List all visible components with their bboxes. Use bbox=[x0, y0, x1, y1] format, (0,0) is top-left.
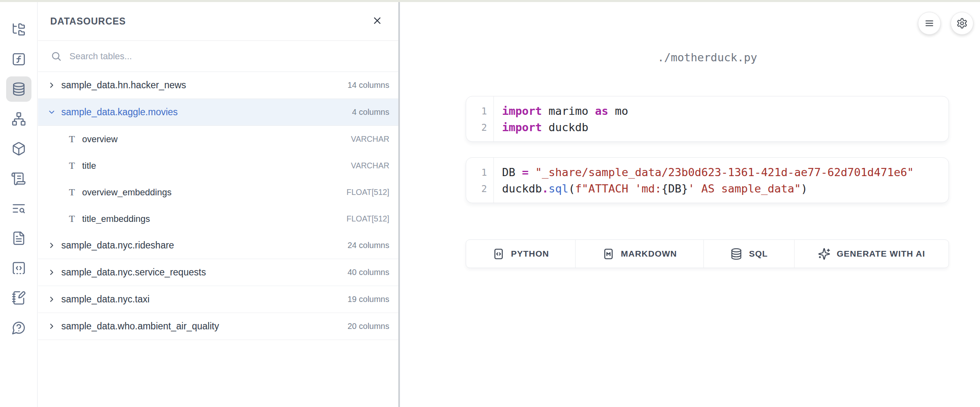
text-search-icon bbox=[11, 201, 26, 216]
line-number: 2 bbox=[466, 119, 487, 136]
table-column-count: 20 columns bbox=[348, 322, 389, 331]
column-name: overview_embeddings bbox=[82, 187, 172, 198]
rail-item-help[interactable] bbox=[6, 315, 31, 340]
search-row bbox=[38, 41, 398, 72]
text-type-icon: T bbox=[67, 160, 76, 171]
menu-icon bbox=[924, 18, 935, 29]
line-number-gutter: 12 bbox=[466, 158, 494, 203]
rail-item-logs[interactable] bbox=[6, 166, 31, 191]
datasources-panel: DATASOURCES sample_data.hn.hacker_news14… bbox=[38, 2, 398, 407]
panel-header: DATASOURCES bbox=[38, 2, 398, 41]
search-tables-input[interactable] bbox=[69, 51, 390, 62]
line-number: 1 bbox=[466, 164, 487, 181]
code-cell: 12DB = "_share/sample_data/23b0d623-1361… bbox=[466, 157, 949, 203]
column-type: FLOAT[512] bbox=[346, 214, 389, 224]
column-type: VARCHAR bbox=[351, 161, 389, 170]
rail-item-tracing[interactable] bbox=[6, 196, 31, 221]
table-name: sample_data.nyc.service_requests bbox=[61, 267, 206, 278]
panel-title: DATASOURCES bbox=[50, 16, 126, 27]
add-cell-generate-with-ai-button[interactable]: GENERATE WITH AI bbox=[795, 240, 949, 268]
table-column-count: 19 columns bbox=[348, 295, 389, 304]
rail-item-datasources[interactable] bbox=[6, 76, 31, 102]
network-icon bbox=[11, 112, 26, 126]
rail-item-documentation[interactable] bbox=[6, 226, 31, 251]
table-name: sample_data.nyc.taxi bbox=[61, 294, 150, 305]
add-cell-bar: PYTHONMARKDOWNSQLGENERATE WITH AI bbox=[466, 239, 949, 268]
code-editor[interactable]: DB = "_share/sample_data/23b0d623-1361-4… bbox=[494, 158, 949, 203]
table-row[interactable]: sample_data.who.ambient_air_quality20 co… bbox=[38, 313, 398, 340]
code-cell: 12import marimo as moimport duckdb bbox=[466, 96, 949, 142]
column-name: title_embeddings bbox=[82, 214, 150, 224]
rail-item-scratchpad[interactable] bbox=[6, 285, 31, 311]
column-row[interactable]: ToverviewVARCHAR bbox=[38, 126, 398, 152]
tables-list: sample_data.hn.hacker_news14 columnssamp… bbox=[38, 72, 398, 340]
markdown-icon bbox=[602, 248, 615, 260]
table-column-count: 24 columns bbox=[348, 241, 389, 250]
rail-item-packages[interactable] bbox=[6, 136, 31, 161]
search-icon bbox=[51, 51, 62, 62]
add-cell-button-label: PYTHON bbox=[511, 249, 549, 259]
table-column-count: 4 columns bbox=[352, 107, 389, 117]
rail-item-variables[interactable] bbox=[6, 47, 31, 72]
table-row[interactable]: sample_data.nyc.rideshare24 columns bbox=[38, 232, 398, 259]
chevron-down-icon bbox=[47, 108, 56, 116]
code-line: duckdb.sql(f"ATTACH 'md:{DB}' AS sample_… bbox=[502, 181, 949, 197]
table-row[interactable]: sample_data.hn.hacker_news14 columns bbox=[38, 72, 398, 99]
add-cell-button-label: MARKDOWN bbox=[621, 249, 677, 259]
add-cell-sql-button[interactable]: SQL bbox=[704, 240, 795, 268]
line-number: 2 bbox=[466, 181, 487, 197]
code-editor[interactable]: import marimo as moimport duckdb bbox=[494, 96, 949, 141]
table-row[interactable]: sample_data.kaggle.movies4 columns bbox=[38, 99, 398, 126]
rail-item-dependencies[interactable] bbox=[6, 106, 31, 132]
column-row[interactable]: TtitleVARCHAR bbox=[38, 152, 398, 179]
table-name: sample_data.hn.hacker_news bbox=[61, 80, 186, 91]
table-column-count: 14 columns bbox=[348, 81, 389, 90]
database-icon bbox=[730, 248, 743, 260]
column-row[interactable]: Toverview_embeddingsFLOAT[512] bbox=[38, 179, 398, 206]
chevron-right-icon bbox=[47, 81, 56, 89]
gear-icon bbox=[956, 18, 968, 29]
column-type: FLOAT[512] bbox=[346, 188, 389, 197]
text-type-icon: T bbox=[67, 187, 76, 198]
rail-item-file-explorer[interactable] bbox=[6, 17, 31, 42]
function-square-icon bbox=[11, 52, 26, 67]
sparkles-icon bbox=[818, 248, 830, 260]
code-line: import marimo as mo bbox=[502, 103, 949, 119]
chevron-right-icon bbox=[47, 241, 56, 250]
add-cell-python-button[interactable]: PYTHON bbox=[466, 240, 576, 268]
x-icon bbox=[372, 15, 383, 26]
add-cell-markdown-button[interactable]: MARKDOWN bbox=[576, 240, 704, 268]
notebook-filename[interactable]: ./motherduck.py bbox=[466, 51, 949, 64]
notebook-pen-icon bbox=[11, 291, 26, 305]
table-name: sample_data.who.ambient_air_quality bbox=[61, 321, 219, 332]
chevron-right-icon bbox=[47, 268, 56, 277]
close-panel-button[interactable] bbox=[372, 15, 383, 27]
text-type-icon: T bbox=[67, 134, 76, 145]
help-chat-icon bbox=[11, 320, 26, 335]
column-row[interactable]: Ttitle_embeddingsFLOAT[512] bbox=[38, 206, 398, 232]
column-name: overview bbox=[82, 134, 118, 145]
rail-item-snippets[interactable] bbox=[6, 255, 31, 281]
settings-button[interactable] bbox=[951, 12, 973, 35]
code-icon bbox=[492, 248, 505, 260]
square-code-icon bbox=[11, 261, 26, 275]
add-cell-button-label: SQL bbox=[749, 249, 768, 259]
code-line: DB = "_share/sample_data/23b0d623-1361-4… bbox=[502, 164, 949, 181]
notebook-menu-button[interactable] bbox=[918, 12, 941, 35]
file-text-icon bbox=[11, 231, 26, 246]
text-type-icon: T bbox=[67, 213, 76, 224]
table-row[interactable]: sample_data.nyc.taxi19 columns bbox=[38, 286, 398, 313]
chevron-right-icon bbox=[47, 322, 56, 331]
folder-tree-icon bbox=[11, 22, 26, 37]
table-column-count: 40 columns bbox=[348, 268, 389, 277]
panel-resize-handle[interactable] bbox=[398, 2, 400, 407]
chevron-right-icon bbox=[47, 295, 56, 304]
line-number-gutter: 12 bbox=[466, 96, 494, 141]
table-row[interactable]: sample_data.nyc.service_requests40 colum… bbox=[38, 259, 398, 286]
code-line: import duckdb bbox=[502, 119, 949, 136]
scroll-text-icon bbox=[11, 171, 26, 186]
table-name: sample_data.nyc.rideshare bbox=[61, 240, 174, 251]
table-name: sample_data.kaggle.movies bbox=[61, 107, 178, 118]
box-icon bbox=[11, 141, 26, 156]
window-top-strip bbox=[0, 0, 980, 2]
